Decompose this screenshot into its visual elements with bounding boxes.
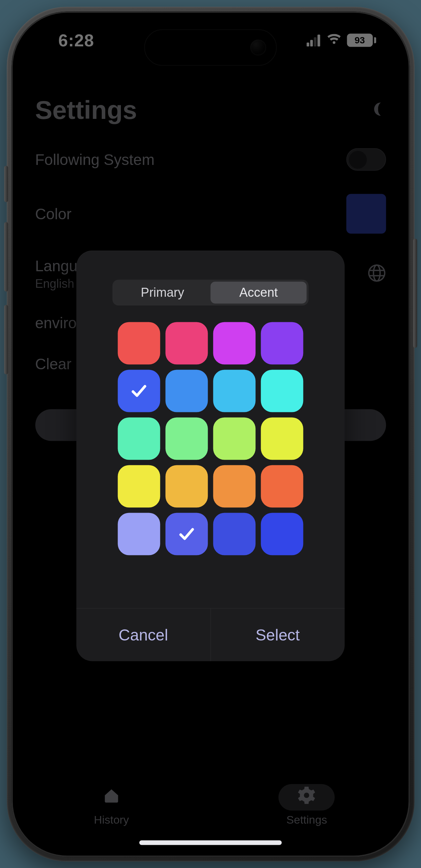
color-mode-segmented: Primary Accent <box>113 280 309 305</box>
color-swatch-6[interactable] <box>213 370 256 412</box>
color-swatch-8[interactable] <box>118 417 160 460</box>
select-button[interactable]: Select <box>211 608 345 661</box>
color-swatch-11[interactable] <box>261 417 303 460</box>
cancel-button[interactable]: Cancel <box>77 608 211 661</box>
modal-actions: Cancel Select <box>77 608 345 661</box>
color-picker-modal: Primary Accent Cancel Select <box>77 250 345 661</box>
color-swatch-15[interactable] <box>261 465 303 507</box>
color-swatch-12[interactable] <box>118 465 160 507</box>
color-swatch-16[interactable] <box>118 513 160 555</box>
color-swatch-19[interactable] <box>261 513 303 555</box>
color-swatch-9[interactable] <box>166 417 208 460</box>
color-swatch-14[interactable] <box>213 465 256 507</box>
color-swatch-1[interactable] <box>166 322 208 364</box>
color-swatch-17[interactable] <box>166 513 208 555</box>
color-swatch-4[interactable] <box>118 370 160 412</box>
color-swatch-5[interactable] <box>166 370 208 412</box>
color-grid <box>118 322 303 555</box>
color-swatch-10[interactable] <box>213 417 256 460</box>
color-swatch-3[interactable] <box>261 322 303 364</box>
color-swatch-2[interactable] <box>213 322 256 364</box>
segment-accent[interactable]: Accent <box>211 281 307 303</box>
color-swatch-0[interactable] <box>118 322 160 364</box>
segment-primary[interactable]: Primary <box>115 281 211 303</box>
home-indicator[interactable] <box>140 840 282 845</box>
color-swatch-13[interactable] <box>166 465 208 507</box>
color-swatch-18[interactable] <box>213 513 256 555</box>
color-swatch-7[interactable] <box>261 370 303 412</box>
